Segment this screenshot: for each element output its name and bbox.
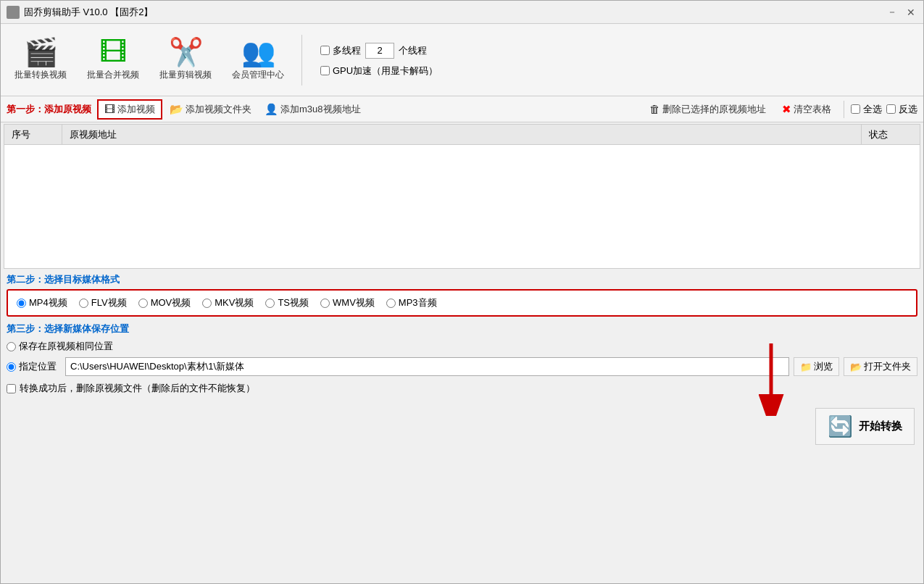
format-flv-label[interactable]: FLV视频: [79, 296, 127, 309]
main-window: 固乔剪辑助手 V10.0 【固乔2】 － ✕ 🎬 批量转换视频 🎞 批量合并视频…: [0, 0, 924, 584]
member-label: 会员管理中心: [232, 69, 284, 81]
open-folder-icon: 📂: [850, 362, 862, 372]
start-convert-button[interactable]: 🔄 开始转换: [815, 408, 915, 445]
format-ts-label[interactable]: TS视频: [265, 296, 309, 309]
add-m3u8-button[interactable]: 👤 添加m3u8视频地址: [259, 101, 367, 118]
col-url-header: 原视频地址: [62, 125, 862, 144]
member-icon: 👥: [241, 38, 275, 66]
browse-button[interactable]: 📁 浏览: [794, 357, 839, 376]
deselect-label[interactable]: 反选: [886, 103, 917, 116]
add-m3u8-icon: 👤: [265, 103, 278, 116]
gpu-checkbox-label[interactable]: GPU加速（用显卡解码）: [320, 64, 438, 78]
save-custom-radio[interactable]: [7, 362, 16, 372]
title-bar: 固乔剪辑助手 V10.0 【固乔2】 － ✕: [1, 1, 923, 24]
toolbar-batch-edit[interactable]: ✂️ 批量剪辑视频: [153, 34, 218, 85]
batch-convert-icon: 🎬: [24, 38, 58, 66]
batch-convert-label: 批量转换视频: [14, 69, 67, 81]
multithread-checkbox[interactable]: [320, 46, 330, 55]
open-folder-button[interactable]: 📂 打开文件夹: [844, 357, 917, 376]
save-same-radio[interactable]: [7, 342, 16, 351]
window-controls: － ✕: [886, 6, 917, 19]
select-all-checkbox[interactable]: [851, 104, 860, 114]
start-icon: 🔄: [828, 414, 853, 438]
step2-label: 第二步：选择目标媒体格式: [7, 273, 917, 286]
format-mov-label[interactable]: MOV视频: [138, 296, 191, 309]
toolbar-separator: [301, 35, 302, 85]
step1-right-btns: 🗑 删除已选择的原视频地址 ✖ 清空表格 全选 反选: [644, 101, 917, 118]
format-wmv-label[interactable]: WMV视频: [320, 296, 375, 309]
clear-table-button[interactable]: ✖ 清空表格: [776, 101, 837, 118]
deselect-checkbox[interactable]: [886, 104, 896, 114]
format-flv-radio[interactable]: [79, 299, 88, 308]
close-button[interactable]: ✕: [904, 6, 917, 19]
save-custom-label[interactable]: 指定位置: [7, 360, 57, 373]
toolbar-member[interactable]: 👥 会员管理中心: [225, 34, 291, 85]
delete-selected-button[interactable]: 🗑 删除已选择的原视频地址: [644, 101, 772, 118]
format-mp3-label[interactable]: MP3音频: [386, 296, 437, 309]
format-ts-radio[interactable]: [265, 299, 275, 308]
format-wmv-radio[interactable]: [320, 299, 330, 308]
format-mp4-label[interactable]: MP4视频: [17, 296, 67, 309]
table-body: [4, 145, 920, 268]
batch-merge-label: 批量合并视频: [87, 69, 139, 81]
delete-original-checkbox[interactable]: [7, 384, 16, 393]
batch-edit-label: 批量剪辑视频: [159, 69, 212, 81]
step1-toolbar: 第一步：添加原视频 🎞 添加视频 📂 添加视频文件夹 👤 添加m3u8视频地址 …: [1, 96, 923, 122]
app-icon: [7, 6, 20, 19]
toolbar-options: 多线程 个线程 GPU加速（用显卡解码）: [320, 43, 438, 78]
step3-label: 第三步：选择新媒体保存位置: [7, 322, 917, 335]
multithread-row: 多线程 个线程: [320, 43, 438, 59]
select-all-label[interactable]: 全选: [851, 103, 882, 116]
main-toolbar: 🎬 批量转换视频 🎞 批量合并视频 ✂️ 批量剪辑视频 👥 会员管理中心 多线程…: [1, 24, 923, 96]
save-same-label[interactable]: 保存在原视频相同位置: [7, 340, 113, 353]
toolbar-batch-merge[interactable]: 🎞 批量合并视频: [80, 34, 146, 85]
col-seq-header: 序号: [4, 125, 62, 144]
format-mkv-radio[interactable]: [202, 299, 212, 308]
step1-label: 第一步：添加原视频: [7, 103, 91, 116]
red-arrow: [735, 343, 793, 416]
format-mov-radio[interactable]: [138, 299, 148, 308]
add-folder-button[interactable]: 📂 添加视频文件夹: [164, 101, 257, 118]
add-folder-icon: 📂: [170, 103, 183, 116]
bottom-area: 🔄 开始转换: [1, 401, 923, 452]
format-mkv-label[interactable]: MKV视频: [202, 296, 254, 309]
multithread-checkbox-label[interactable]: 多线程: [320, 44, 361, 57]
format-selector: MP4视频 FLV视频 MOV视频 MKV视频 TS视频 WMV视频: [7, 289, 917, 317]
gpu-checkbox[interactable]: [320, 66, 330, 75]
browse-icon: 📁: [800, 362, 812, 372]
delete-selected-icon: 🗑: [649, 103, 660, 115]
thread-count-input[interactable]: [365, 43, 394, 59]
video-table: 序号 原视频地址 状态: [4, 124, 920, 269]
clear-table-icon: ✖: [782, 103, 791, 116]
add-video-icon: 🎞: [104, 103, 115, 115]
batch-edit-icon: ✂️: [169, 38, 203, 66]
col-status-header: 状态: [862, 125, 920, 144]
gpu-row: GPU加速（用显卡解码）: [320, 64, 438, 78]
window-title: 固乔剪辑助手 V10.0 【固乔2】: [24, 6, 886, 19]
format-mp4-radio[interactable]: [17, 299, 26, 308]
toolbar-batch-convert[interactable]: 🎬 批量转换视频: [8, 34, 73, 85]
format-mp3-radio[interactable]: [386, 299, 396, 308]
batch-merge-icon: 🎞: [99, 38, 127, 66]
minimize-button[interactable]: －: [886, 6, 899, 19]
add-video-button[interactable]: 🎞 添加视频: [97, 99, 162, 120]
step1-separator: [844, 101, 844, 118]
table-header: 序号 原视频地址 状态: [4, 125, 920, 145]
step2-section: 第二步：选择目标媒体格式 MP4视频 FLV视频 MOV视频 MKV视频 TS视…: [1, 270, 923, 320]
path-input[interactable]: [65, 357, 789, 376]
